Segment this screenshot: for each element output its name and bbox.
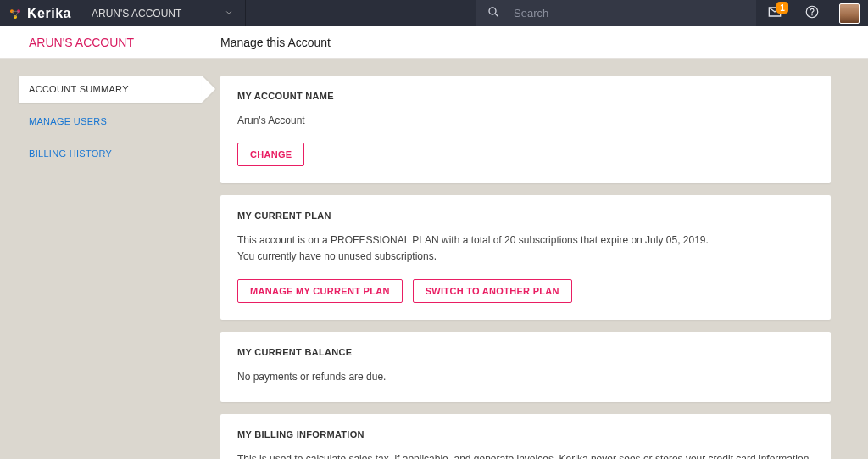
sidebar-item-label: MANAGE USERS	[29, 116, 107, 126]
page-title: Manage this Account	[220, 36, 331, 49]
inbox-button[interactable]: 1	[756, 0, 793, 26]
inbox-badge: 1	[776, 2, 788, 14]
card-heading: MY CURRENT PLAN	[237, 210, 814, 221]
topbar-icons: 1	[756, 0, 868, 26]
change-button[interactable]: CHANGE	[237, 143, 304, 166]
avatar-button[interactable]	[831, 0, 868, 26]
topbar: Kerika ARUN'S ACCOUNT 1	[0, 0, 868, 26]
brand[interactable]: Kerika	[0, 0, 85, 26]
main-area: ACCOUNT SUMMARY MANAGE USERS BILLING HIS…	[0, 59, 868, 459]
card-heading: MY CURRENT BALANCE	[237, 347, 814, 357]
account-dropdown[interactable]: ARUN'S ACCOUNT	[85, 0, 246, 26]
svg-point-3	[489, 8, 496, 14]
chevron-down-icon	[225, 8, 233, 20]
card-account-name: MY ACCOUNT NAME Arun's Account CHANGE	[220, 76, 831, 183]
content-scroll[interactable]: MY ACCOUNT NAME Arun's Account CHANGE MY…	[220, 76, 831, 459]
brand-label: Kerika	[27, 6, 71, 21]
card-current-balance: MY CURRENT BALANCE No payments or refund…	[220, 332, 831, 402]
manage-plan-button[interactable]: MANAGE MY CURRENT PLAN	[237, 279, 403, 303]
plan-description-line2: You currently have no unused subscriptio…	[237, 249, 814, 265]
card-current-plan: MY CURRENT PLAN This account is on a PRO…	[220, 195, 831, 319]
search-icon	[487, 5, 500, 21]
topbar-spacer	[246, 0, 476, 26]
svg-point-6	[811, 14, 813, 16]
sidebar-item-account-summary[interactable]: ACCOUNT SUMMARY	[19, 76, 202, 103]
svg-line-4	[495, 14, 498, 16]
card-heading: MY ACCOUNT NAME	[237, 91, 814, 101]
help-icon	[804, 4, 820, 22]
sidebar-item-billing-history[interactable]: BILLING HISTORY	[19, 140, 202, 167]
brand-icon	[8, 7, 22, 20]
avatar	[839, 3, 860, 24]
card-heading: MY BILLING INFORMATION	[237, 429, 814, 439]
account-dropdown-label: ARUN'S ACCOUNT	[92, 8, 181, 20]
sidebar-item-label: ACCOUNT SUMMARY	[29, 84, 129, 94]
plan-description-line1: This account is on a PROFESSIONAL PLAN w…	[237, 232, 814, 249]
subheader: ARUN'S ACCOUNT Manage this Account	[0, 26, 868, 59]
search-input[interactable]	[514, 7, 746, 20]
help-button[interactable]	[793, 0, 831, 26]
sidebar: ACCOUNT SUMMARY MANAGE USERS BILLING HIS…	[19, 76, 202, 172]
switch-plan-button[interactable]: SWITCH TO ANOTHER PLAN	[413, 279, 572, 303]
sidebar-item-manage-users[interactable]: MANAGE USERS	[19, 108, 202, 135]
card-billing-info: MY BILLING INFORMATION This is used to c…	[220, 414, 831, 459]
sidebar-item-label: BILLING HISTORY	[29, 148, 112, 159]
account-name-value: Arun's Account	[237, 113, 814, 129]
search-wrap[interactable]	[476, 0, 756, 26]
subheader-owner[interactable]: ARUN'S ACCOUNT	[0, 36, 220, 49]
balance-text: No payments or refunds are due.	[237, 369, 814, 385]
billing-help-text: This is used to calculate sales tax, if …	[237, 451, 814, 459]
